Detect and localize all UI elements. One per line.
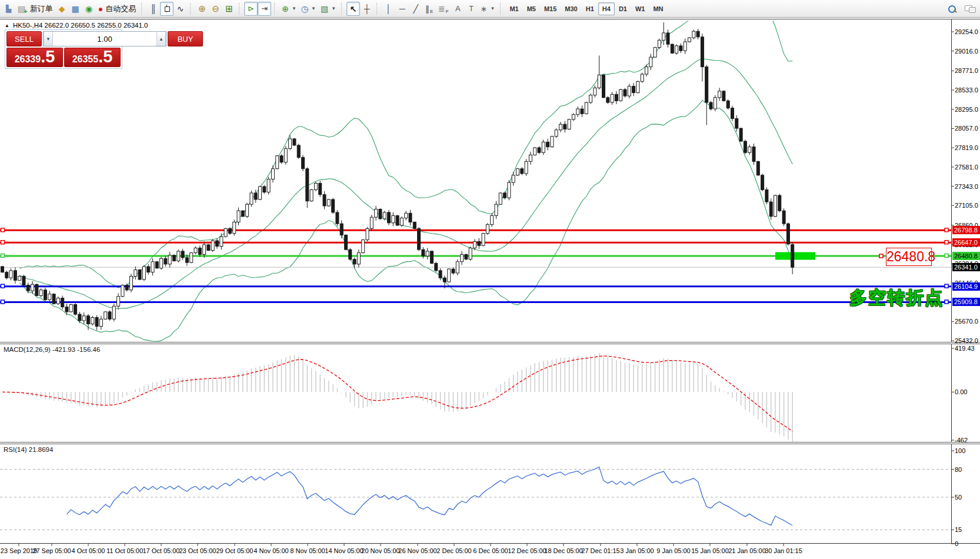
data-window-icon: ▦ xyxy=(72,5,79,13)
panel-splitter-rsi[interactable] xyxy=(0,442,980,444)
chat-icon[interactable] xyxy=(965,5,975,13)
text-icon: A xyxy=(455,5,461,12)
line-handle xyxy=(1,228,5,232)
annotation-text[interactable]: 多空转折点 xyxy=(849,286,944,310)
date-tick-label: 3 Jan 05:00 xyxy=(620,547,654,554)
date-tick-label: 29 Oct 05:00 xyxy=(216,547,254,554)
price-line-badge: 26798.8 xyxy=(952,226,980,234)
date-tick-label: 2 Dec 05:00 xyxy=(436,547,471,554)
date-tick-label: 17 Oct 05:00 xyxy=(143,547,180,554)
price-tick-label: 27343.0 xyxy=(955,183,978,190)
line-handle xyxy=(1,300,5,304)
cursor-button[interactable]: ↖ xyxy=(346,2,360,16)
price-tick-label: 25432.0 xyxy=(955,337,978,344)
candle-chart-button[interactable] xyxy=(160,2,174,16)
price-tick-label: 27581.0 xyxy=(955,164,978,171)
data-window-button[interactable]: ▦ xyxy=(69,2,82,16)
price-axis-border xyxy=(951,19,952,543)
auto-scroll-button[interactable]: ⊳ xyxy=(244,2,258,16)
line-handle xyxy=(1,254,5,258)
hline-icon: ─ xyxy=(399,5,405,13)
icon-subscript: F xyxy=(446,9,449,14)
date-tick-label: 14 Nov 05:00 xyxy=(325,547,363,554)
line-chart-button[interactable]: ∿ xyxy=(174,2,187,16)
dropdown-arrow-icon[interactable]: ▼ xyxy=(292,6,296,11)
symbol-ohlc-text: HK50-,H4 26622.0 26650.5 26255.0 26341.0 xyxy=(13,22,148,29)
arrows-button[interactable]: ∗▼ xyxy=(478,2,498,16)
volume-down-button[interactable]: ▼ xyxy=(44,32,53,46)
zoom-out-button[interactable]: ⊖ xyxy=(209,2,222,16)
symbols-icon: ◆ xyxy=(59,5,65,13)
profiles-button[interactable]: ◷▼ xyxy=(299,2,318,16)
trendline-button[interactable]: ╱ xyxy=(409,2,422,16)
crosshair-icon: ┼ xyxy=(364,5,370,13)
collapse-icon[interactable]: ▲ xyxy=(5,23,9,28)
timeframe-m15[interactable]: M15 xyxy=(540,2,561,15)
window-fragment-icon[interactable]: ▙ xyxy=(2,2,15,16)
bollinger-middle-band xyxy=(19,59,792,309)
timeframe-d1[interactable]: D1 xyxy=(615,2,631,15)
timeframe-mn[interactable]: MN xyxy=(649,2,667,15)
chart-shift-icon: ⇥ xyxy=(261,5,268,12)
templates-icon: ▧ xyxy=(321,5,328,13)
tile-windows-button[interactable]: ⊞ xyxy=(222,2,236,16)
candle-chart-icon xyxy=(164,5,169,12)
line-handle xyxy=(945,284,948,288)
timeframe-h4[interactable]: H4 xyxy=(598,2,615,15)
dropdown-arrow-icon[interactable]: ▼ xyxy=(311,6,316,11)
price-callout-label[interactable]: 26480.8 xyxy=(886,248,932,266)
arrows-icon: ∗ xyxy=(481,5,488,13)
date-tick-label: 30 Jan 01:15 xyxy=(765,547,802,554)
buy-button[interactable]: BUY xyxy=(168,31,203,46)
crosshair-button[interactable]: ┼ xyxy=(360,2,374,16)
cursor-icon: ↖ xyxy=(350,5,357,13)
bar-chart-button[interactable]: ║ xyxy=(146,2,160,16)
price-tick-label: 27105.0 xyxy=(955,202,978,209)
date-tick-label: 4 Oct 05:00 xyxy=(72,547,105,554)
highlight-bar xyxy=(775,252,815,260)
new-chart-button[interactable]: ⊕▼ xyxy=(279,2,299,16)
zoom-out-icon: ⊖ xyxy=(212,4,219,13)
timeframe-m5[interactable]: M5 xyxy=(523,2,540,15)
rsi-label: RSI(14) 21.8694 xyxy=(4,446,53,453)
search-icon[interactable] xyxy=(948,5,956,14)
timeframe-m1[interactable]: M1 xyxy=(505,2,522,15)
autotrade-icon: ● xyxy=(98,5,103,13)
sell-button[interactable]: SELL xyxy=(6,31,42,46)
toolbar-separator xyxy=(341,3,344,15)
zoom-in-button[interactable]: ⊕ xyxy=(195,2,209,16)
signals-button[interactable]: ◉ xyxy=(82,2,96,16)
fibonacci-button[interactable]: ≣F xyxy=(436,2,451,16)
profiles-icon: ◷ xyxy=(301,5,308,13)
dropdown-arrow-icon[interactable]: ▼ xyxy=(490,6,495,11)
price-tick-label: 28057.0 xyxy=(955,125,978,132)
chart-canvas[interactable] xyxy=(0,0,980,559)
price-line-badge: 25909.8 xyxy=(952,298,980,306)
macd-signal-line xyxy=(2,356,792,431)
dropdown-arrow-icon[interactable]: ▼ xyxy=(331,6,336,11)
rsi-tick-label: 50 xyxy=(955,494,962,501)
templates-button[interactable]: ▧▼ xyxy=(318,2,338,16)
volume-up-button[interactable]: ▲ xyxy=(156,32,166,46)
hline-button[interactable]: ─ xyxy=(395,2,409,16)
panel-splitter-macd[interactable] xyxy=(0,342,980,344)
volume-input[interactable] xyxy=(53,32,156,46)
timeframe-w1[interactable]: W1 xyxy=(631,2,649,15)
buy-price[interactable]: 26355.5 xyxy=(64,48,121,67)
timeframe-h1[interactable]: H1 xyxy=(582,2,598,15)
main-panel-group xyxy=(0,2,951,341)
price-tick-label: 27819.0 xyxy=(955,144,978,151)
date-tick-label: 23 Oct 05:00 xyxy=(179,547,216,554)
autotrade-button[interactable]: ●自动交易 xyxy=(96,2,138,16)
price-line-badge: 26480.8 xyxy=(952,252,980,260)
line-handle xyxy=(1,284,5,288)
new-order-button[interactable]: ▤+新订单 xyxy=(15,2,55,16)
vline-button[interactable]: │ xyxy=(382,2,395,16)
label-button[interactable]: T xyxy=(465,2,478,16)
text-button[interactable]: A xyxy=(451,2,465,16)
channel-button[interactable]: ∥E xyxy=(422,2,436,16)
chart-shift-button[interactable]: ⇥ xyxy=(258,2,271,16)
timeframe-m30[interactable]: M30 xyxy=(561,2,581,15)
sell-price[interactable]: 26339.5 xyxy=(6,48,63,67)
symbols-button[interactable]: ◆ xyxy=(55,2,69,16)
